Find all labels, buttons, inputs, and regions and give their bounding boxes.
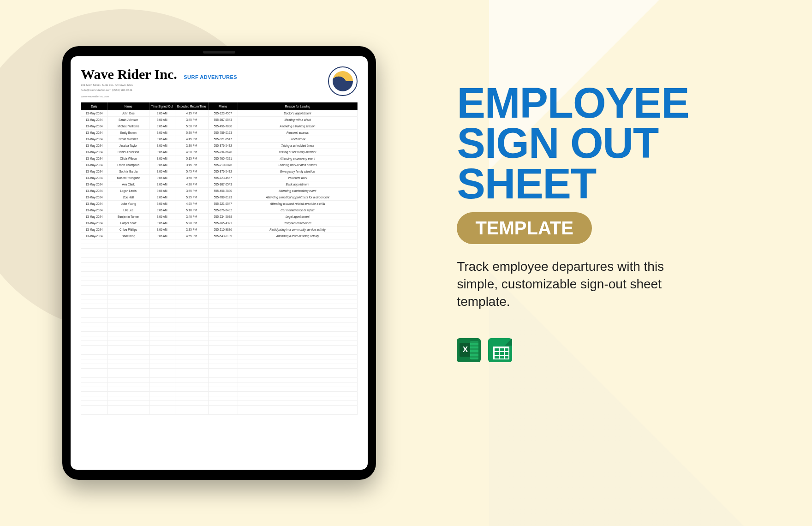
table-row-empty (81, 322, 358, 327)
table-row: 13-May-2024Harper Scott8:06 AM5:20 PM555… (81, 220, 358, 226)
table-row-empty (81, 350, 358, 354)
company-address-2: hello@waveriderInc.com | (555) 987-0541 (81, 89, 237, 92)
signout-table: DateNameTime Signed OutExpected Return T… (81, 102, 358, 415)
title-line-2: SIGN OUT (457, 123, 757, 163)
table-row-empty (81, 308, 358, 313)
tablet-mockup: Wave Rider Inc. SURF ADVENTURES 101 Main… (62, 46, 376, 480)
table-row: 13-May-2024Sophia Garcia8:06 AM5:45 PM55… (81, 168, 358, 174)
table-row-empty (81, 396, 358, 400)
table-header: Time Signed Out (149, 102, 175, 110)
table-row-empty (81, 271, 358, 276)
table-row: 13-May-2024Ava Clark8:06 AM4:20 PM555-98… (81, 181, 358, 187)
table-row-empty (81, 405, 358, 410)
company-name: Wave Rider Inc. (81, 66, 177, 82)
table-header: Phone (208, 102, 238, 110)
table-row: 13-May-2024Benjamin Turner8:06 AM3:40 PM… (81, 213, 358, 220)
table-row-empty (81, 341, 358, 345)
table-header: Name (107, 102, 149, 110)
company-address-1: 101 Main Street, Suite 101, Anytown, USA (81, 84, 237, 87)
table-row-empty (81, 294, 358, 299)
table-row: 13-May-2024Olivia Wilson8:06 AM5:15 PM55… (81, 155, 358, 161)
table-row: 13-May-2024Lily Lee8:06 AM5:10 PM555-876… (81, 207, 358, 213)
table-row: 13-May-2024David Martinez8:06 AM4:45 PM5… (81, 136, 358, 142)
table-row-empty (81, 281, 358, 285)
title-line-3: SHEET (457, 164, 757, 204)
company-website: www.waveriderInc.com (81, 95, 237, 98)
table-header: Expected Return Time (175, 102, 208, 110)
table-row-empty (81, 382, 358, 387)
table-row: 13-May-2024Ethan Thompson8:06 AM3:15 PM5… (81, 161, 358, 168)
table-row-empty (81, 364, 358, 368)
excel-icon (457, 338, 481, 362)
table-row: 13-May-2024Jessica Taylor8:06 AM3:30 PM5… (81, 142, 358, 149)
table-row-empty (81, 244, 358, 248)
table-row-empty (81, 313, 358, 317)
table-row: 13-May-2024Isaac King8:06 AM4:55 PM555-5… (81, 233, 358, 239)
document-screen: Wave Rider Inc. SURF ADVENTURES 101 Main… (71, 56, 368, 470)
template-badge: TEMPLATE (457, 212, 592, 244)
table-row-empty (81, 239, 358, 244)
table-row-empty (81, 345, 358, 350)
table-row-empty (81, 327, 358, 331)
google-sheets-icon (488, 338, 512, 362)
table-row: 13-May-2024Zoe Hall8:06 AM5:25 PM555-789… (81, 194, 358, 200)
table-row-empty (81, 290, 358, 294)
hero-description: Track employee departures with this simp… (457, 258, 697, 310)
table-row: 13-May-2024John Doe8:06 AM4:15 PM555-123… (81, 110, 358, 117)
table-row: 13-May-2024Luke Young8:06 AM4:25 PM555-3… (81, 200, 358, 207)
table-row: 13-May-2024Sarah Johnson8:06 AM3:45 PM55… (81, 116, 358, 123)
wave-icon (333, 71, 353, 91)
table-row: 13-May-2024Michael Williams8:06 AM5:00 P… (81, 123, 358, 129)
table-row-empty (81, 410, 358, 414)
table-row-empty (81, 331, 358, 336)
table-row: 13-May-2024Daniel Anderson8:06 AM4:00 PM… (81, 149, 358, 155)
table-row: 13-May-2024Chloe Phillips8:06 AM3:35 PM5… (81, 226, 358, 233)
table-row-empty (81, 336, 358, 341)
table-row-empty (81, 304, 358, 308)
title-line-1: EMPLOYEE (457, 83, 757, 123)
table-row-empty (81, 257, 358, 262)
table-row-empty (81, 299, 358, 304)
table-row-empty (81, 391, 358, 396)
table-row-empty (81, 248, 358, 253)
table-row-empty (81, 400, 358, 405)
company-logo (328, 66, 358, 96)
table-row-empty (81, 267, 358, 271)
hero-title: EMPLOYEE SIGN OUT SHEET (457, 83, 757, 204)
table-row-empty (81, 387, 358, 391)
table-row-empty (81, 377, 358, 382)
table-header: Reason for Leaving (238, 102, 358, 110)
table-row-empty (81, 262, 358, 267)
table-header: Date (81, 102, 107, 110)
table-row: 13-May-2024Mason Rodriguez8:06 AM3:50 PM… (81, 174, 358, 181)
table-row-empty (81, 354, 358, 359)
table-row-empty (81, 368, 358, 373)
table-row-empty (81, 359, 358, 364)
company-tagline: SURF ADVENTURES (184, 74, 237, 80)
table-row-empty (81, 253, 358, 257)
table-row: 13-May-2024Emily Brown8:06 AM5:30 PM555-… (81, 129, 358, 136)
table-row-empty (81, 373, 358, 377)
table-row-empty (81, 285, 358, 290)
tablet-camera (203, 51, 235, 54)
table-row-empty (81, 317, 358, 322)
table-row: 13-May-2024Logan Lewis8:06 AM3:55 PM555-… (81, 187, 358, 194)
table-row-empty (81, 276, 358, 281)
